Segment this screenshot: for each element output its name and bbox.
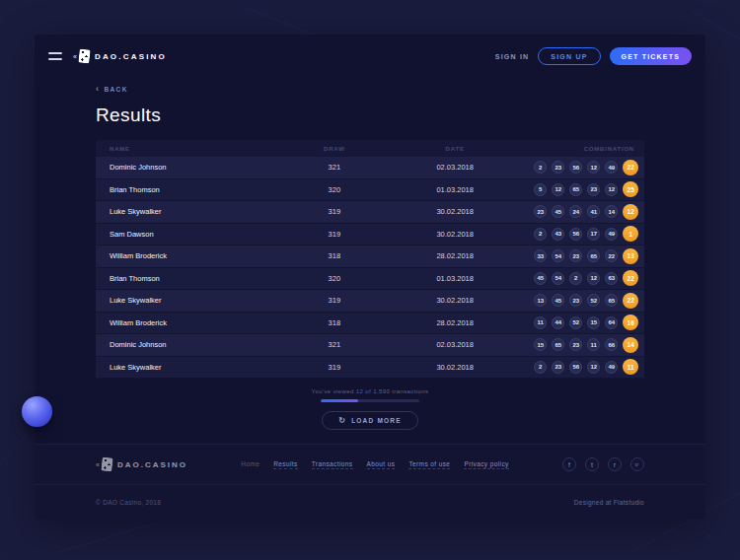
decor-sphere <box>22 396 52 427</box>
bonus-number-chip: 22 <box>623 270 638 286</box>
footer-link-privacy-policy[interactable]: Privacy policy <box>464 460 508 469</box>
row-date: 30.02.2018 <box>381 230 529 239</box>
menu-icon[interactable] <box>48 49 62 63</box>
row-combination: 156523116614 <box>529 337 645 353</box>
number-chip: 22 <box>605 249 618 262</box>
bonus-number-chip: 14 <box>623 337 638 353</box>
logo-ticks-icon: « <box>96 461 99 468</box>
designer-credit: Designed at Flatstudio <box>574 499 644 506</box>
number-chip: 63 <box>605 272 618 285</box>
number-chip: 54 <box>552 272 564 285</box>
row-draw: 318 <box>288 251 382 260</box>
dice-logo-icon <box>78 48 90 63</box>
row-date: 30.02.2018 <box>381 207 529 216</box>
row-date: 02.03.2018 <box>381 340 529 349</box>
sign-up-button[interactable]: SIGN UP <box>538 47 600 65</box>
number-chip: 14 <box>605 205 618 218</box>
row-name: Luke Skywalker <box>96 207 288 216</box>
number-chip: 56 <box>569 228 582 241</box>
row-date: 01.03.2018 <box>381 274 529 283</box>
number-chip: 23 <box>569 294 582 307</box>
row-date: 30.02.2018 <box>381 363 529 372</box>
row-name: Luke Skywalker <box>96 296 288 305</box>
back-link[interactable]: ‹ BACK <box>96 86 128 93</box>
row-draw: 320 <box>288 274 382 283</box>
footer-bottom: © DAO Casino, 2018 Designed at Flatstudi… <box>35 484 705 520</box>
number-chip: 11 <box>587 338 600 351</box>
row-combination: 2435617491 <box>529 226 645 242</box>
number-chip: 65 <box>587 249 600 262</box>
footer-nav: HomeResultsTransactionsAbout usTerms of … <box>241 460 508 469</box>
row-draw: 320 <box>288 185 382 194</box>
twitter-icon[interactable]: t <box>585 457 599 471</box>
number-chip: 23 <box>587 183 600 196</box>
row-name: Brian Thomson <box>96 274 288 283</box>
row-combination: 234524411412 <box>529 204 645 220</box>
telegram-icon[interactable]: ▹ <box>630 457 644 471</box>
number-chip: 15 <box>587 316 600 329</box>
reload-icon: ↻ <box>338 417 346 425</box>
footer-link-transactions[interactable]: Transactions <box>312 460 353 469</box>
progress-text: You've viewed 12 of 1,590 transactions <box>312 388 429 394</box>
table-row: William Broderick 318 28.02.2018 3354236… <box>96 245 644 268</box>
page-background: « DAO.CASINO SIGN IN SIGN UP GET TICKETS… <box>0 0 740 560</box>
number-chip: 2 <box>534 161 547 174</box>
table-row: Luke Skywalker 319 30.02.2018 1345235265… <box>96 290 644 313</box>
facebook-icon[interactable]: f <box>562 457 576 471</box>
number-chip: 24 <box>569 205 582 218</box>
footer-top: « DAO.CASINO HomeResultsTransactionsAbou… <box>35 445 705 484</box>
footer-brand-logo[interactable]: « DAO.CASINO <box>96 457 187 471</box>
row-draw: 319 <box>288 230 382 239</box>
get-tickets-button[interactable]: GET TICKETS <box>610 47 692 65</box>
number-chip: 15 <box>534 338 547 351</box>
number-chip: 2 <box>534 361 547 374</box>
page-title: Results <box>96 105 644 126</box>
row-draw: 321 <box>288 340 382 349</box>
number-chip: 65 <box>552 338 564 351</box>
number-chip: 23 <box>552 161 564 174</box>
sign-in-link[interactable]: SIGN IN <box>495 53 529 60</box>
footer-link-results[interactable]: Results <box>273 460 297 469</box>
number-chip: 17 <box>587 228 600 241</box>
number-chip: 56 <box>569 161 582 174</box>
footer-social: ftr▹ <box>562 457 644 471</box>
number-chip: 12 <box>605 183 618 196</box>
bonus-number-chip: 25 <box>623 181 638 197</box>
bonus-number-chip: 12 <box>623 204 638 220</box>
row-name: William Broderick <box>96 318 288 327</box>
row-combination: 335423652213 <box>529 248 645 264</box>
number-chip: 41 <box>587 205 600 218</box>
number-chip: 45 <box>552 205 564 218</box>
row-combination: 51265231225 <box>529 181 645 197</box>
number-chip: 49 <box>605 228 618 241</box>
row-date: 28.02.2018 <box>381 251 529 260</box>
logo-ticks-icon: « <box>73 53 76 60</box>
chevron-left-icon: ‹ <box>96 86 100 92</box>
footer-link-terms-of-use[interactable]: Terms of use <box>408 460 450 469</box>
reddit-icon[interactable]: r <box>608 457 622 471</box>
footer-link-about-us[interactable]: About us <box>367 460 396 469</box>
brand-logo[interactable]: « DAO.CASINO <box>73 49 167 63</box>
bonus-number-chip: 16 <box>623 315 638 330</box>
number-chip: 33 <box>534 249 547 262</box>
number-chip: 52 <box>569 316 582 329</box>
progress-bar <box>321 399 419 402</box>
number-chip: 45 <box>552 294 564 307</box>
row-date: 02.03.2018 <box>381 163 529 172</box>
main-content: ‹ BACK Results NAME DRAW DATE COMBINATIO… <box>35 78 705 444</box>
table-row: Dominic Johnson 321 02.03.2018 223561249… <box>96 157 644 179</box>
number-chip: 23 <box>569 338 582 351</box>
number-chip: 49 <box>605 161 618 174</box>
footer-link-home[interactable]: Home <box>241 460 259 468</box>
bonus-number-chip: 13 <box>623 248 638 264</box>
progress-bar-fill <box>321 399 358 402</box>
number-chip: 43 <box>552 228 564 241</box>
back-label: BACK <box>104 86 127 93</box>
number-chip: 56 <box>569 361 582 374</box>
load-more-button[interactable]: ↻ LOAD MORE <box>322 411 417 430</box>
dice-logo-icon <box>101 456 112 471</box>
number-chip: 64 <box>605 316 618 329</box>
header-left: « DAO.CASINO <box>48 49 167 63</box>
footer-brand-name: DAO.CASINO <box>117 460 187 469</box>
row-combination: 114452156416 <box>529 315 645 330</box>
